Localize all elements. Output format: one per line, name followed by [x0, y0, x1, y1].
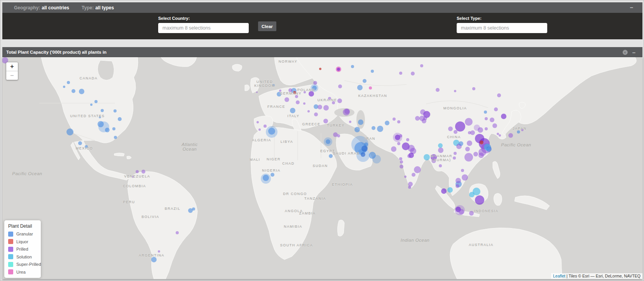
map-bubble-prilled[interactable]: [454, 152, 457, 155]
map-bubble-granular[interactable]: [326, 139, 330, 144]
map-bubble-prilled[interactable]: [467, 140, 472, 146]
map-bubble-prilled[interactable]: [264, 125, 267, 128]
map-bubble-granular_d[interactable]: [361, 146, 368, 152]
select-country-input[interactable]: [158, 23, 249, 33]
map-bubble-granular[interactable]: [94, 100, 98, 103]
map-bubble-prilled[interactable]: [393, 118, 396, 121]
map-bubble-granular[interactable]: [369, 152, 376, 159]
map-bubble-prilled[interactable]: [472, 87, 475, 90]
map-bubble-granular[interactable]: [98, 121, 104, 127]
map-bubble-granular[interactable]: [105, 128, 110, 132]
map-bubble-solution[interactable]: [469, 192, 475, 197]
map-bubble-granular[interactable]: [79, 89, 84, 94]
map-bubble-granular[interactable]: [67, 81, 70, 84]
map-bubble-prilled[interactable]: [313, 81, 317, 85]
map-bubble-prilled[interactable]: [423, 116, 427, 120]
map-bubble-urea[interactable]: [369, 86, 372, 90]
map-bubble-granular[interactable]: [63, 86, 65, 88]
map-bubble-prilled[interactable]: [469, 211, 474, 216]
map-bubble-prilled[interactable]: [338, 84, 342, 88]
map-bubble-prilled[interactable]: [461, 169, 464, 172]
map-bubble-solution[interactable]: [447, 187, 453, 193]
map-bubble-prilled[interactable]: [141, 170, 145, 174]
map-bubble-prilled[interactable]: [314, 112, 318, 116]
map-bubble-prilled[interactable]: [349, 121, 351, 123]
collapse-map-panel-icon[interactable]: –: [632, 50, 635, 55]
map-bubble-granular[interactable]: [113, 109, 117, 112]
map-bubble-prilled[interactable]: [176, 231, 179, 234]
map-bubble-prilled[interactable]: [132, 176, 134, 178]
map-bubble-granular[interactable]: [329, 154, 333, 158]
map-bubble-prilled[interactable]: [328, 97, 331, 100]
map-bubble-granular[interactable]: [371, 70, 374, 73]
map-bubble-liquor[interactable]: [480, 140, 483, 144]
map-bubble-prilled_d[interactable]: [441, 188, 447, 194]
map-bubble-prilled[interactable]: [453, 156, 456, 160]
map-bubble-prilled[interactable]: [288, 88, 292, 92]
map-bubble-prilled[interactable]: [415, 116, 420, 121]
map-bubble-prilled[interactable]: [454, 130, 457, 134]
map-bubble-granular[interactable]: [364, 142, 368, 146]
map-bubble-prilled[interactable]: [406, 138, 409, 141]
map-bubble-liquor[interactable]: [319, 68, 321, 70]
map-bubble-prilled[interactable]: [436, 88, 440, 92]
map-bubble-prilled[interactable]: [400, 160, 403, 163]
map-bubble-prilled[interactable]: [420, 64, 423, 67]
select-type-input[interactable]: [457, 23, 547, 33]
map-bubble-granular[interactable]: [357, 85, 363, 90]
map-bubble-prilled[interactable]: [492, 123, 497, 128]
map-bubble-granular[interactable]: [358, 119, 363, 125]
map-bubble-prilled[interactable]: [411, 72, 415, 76]
map-bubble-prilled[interactable]: [465, 147, 470, 151]
map-bubble-prilled[interactable]: [454, 90, 456, 92]
zoom-out-button[interactable]: –: [6, 71, 18, 80]
map-bubble-prilled[interactable]: [284, 97, 289, 102]
map-bubble-prilled[interactable]: [497, 93, 501, 97]
map-bubble-granular[interactable]: [66, 128, 73, 135]
map-bubble-granular[interactable]: [459, 141, 463, 146]
map-bubble-prilled[interactable]: [465, 118, 473, 126]
map-bubble-granular[interactable]: [377, 126, 383, 132]
map-bubble-prilled[interactable]: [296, 100, 300, 104]
map-bubble-prilled[interactable]: [499, 134, 501, 137]
map-bubble-prilled[interactable]: [279, 90, 281, 92]
map-bubble-prilled[interactable]: [399, 157, 402, 160]
chevron-left-circle-icon[interactable]: ‹: [623, 50, 628, 55]
map-bubble-prilled_d[interactable]: [475, 195, 484, 205]
map-bubble-prilled[interactable]: [318, 105, 322, 109]
map-bubble-prilled_d[interactable]: [501, 114, 506, 119]
map-bubble-granular[interactable]: [90, 104, 92, 106]
map-bubble-prilled[interactable]: [158, 250, 160, 253]
map-bubble-granular[interactable]: [118, 117, 122, 121]
leaflet-link[interactable]: Leaflet: [553, 274, 565, 278]
map-bubble-prilled[interactable]: [478, 127, 483, 133]
map-bubble-prilled[interactable]: [462, 174, 468, 181]
map-bubble-granular[interactable]: [486, 146, 492, 152]
map-bubble-prilled[interactable]: [408, 186, 411, 189]
zoom-in-button[interactable]: +: [6, 62, 18, 71]
world-map[interactable]: CANADAUNITED STATESMEXICOVENEZUELACOLOMB…: [2, 57, 642, 279]
map-bubble-prilled[interactable]: [399, 134, 402, 137]
map-bubble-prilled[interactable]: [323, 105, 329, 111]
map-bubble-prilled[interactable]: [323, 119, 328, 123]
map-bubble-granular[interactable]: [277, 92, 281, 97]
map-bubble-prilled_d[interactable]: [309, 91, 314, 97]
map-bubble-prilled[interactable]: [473, 152, 478, 156]
map-bubble-granular[interactable]: [192, 207, 195, 211]
map-bubble-granular[interactable]: [114, 136, 117, 139]
map-bubble-prilled[interactable]: [468, 131, 471, 134]
map-bubble-prilled[interactable]: [494, 107, 498, 111]
map-bubble-granular[interactable]: [484, 111, 487, 114]
map-bubble-prilled[interactable]: [448, 126, 453, 131]
map-bubble-prilled[interactable]: [256, 91, 258, 93]
map-bubble-granular[interactable]: [99, 116, 101, 118]
map-bubble-granular[interactable]: [312, 86, 317, 90]
map-bubble-prilled[interactable]: [404, 176, 407, 178]
map-bubble-prilled[interactable]: [490, 118, 494, 122]
map-bubble-prilled[interactable]: [459, 209, 464, 214]
map-bubble-prilled[interactable]: [399, 72, 402, 75]
map-bubble-granular[interactable]: [112, 127, 115, 130]
map-bubble-prilled[interactable]: [521, 129, 524, 131]
map-bubble-prilled[interactable]: [303, 102, 305, 105]
map-bubble-granular[interactable]: [85, 145, 88, 148]
